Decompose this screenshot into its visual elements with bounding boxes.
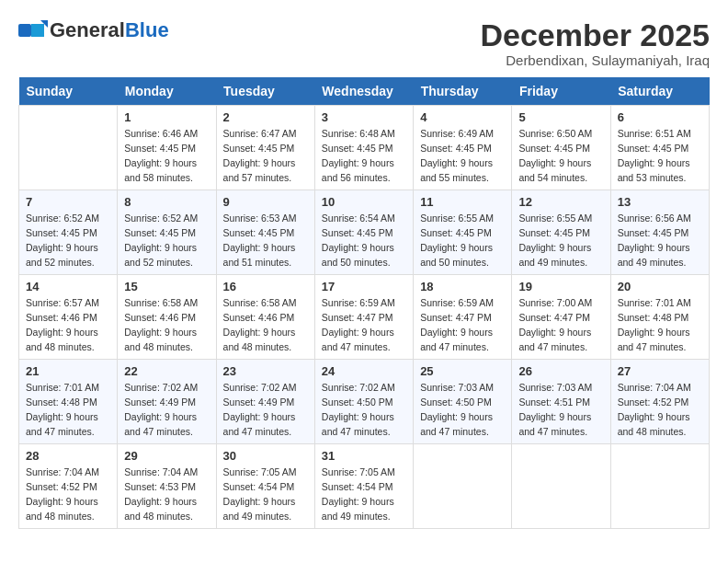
month-title: December 2025 [480, 18, 710, 52]
calendar-cell-w1-d5: 4Sunrise: 6:49 AMSunset: 4:45 PMDaylight… [414, 106, 512, 190]
header-monday: Monday [118, 77, 216, 106]
day-info: Sunrise: 6:57 AMSunset: 4:46 PMDaylight:… [26, 296, 110, 354]
day-number: 8 [124, 195, 209, 209]
day-info: Sunrise: 7:04 AMSunset: 4:53 PMDaylight:… [124, 465, 209, 523]
day-number: 7 [26, 195, 110, 209]
logo-icon [18, 20, 48, 40]
header-sunday: Sunday [19, 77, 118, 106]
calendar-cell-w4-d3: 23Sunrise: 7:02 AMSunset: 4:49 PMDayligh… [216, 360, 314, 444]
calendar-cell-w4-d6: 26Sunrise: 7:03 AMSunset: 4:51 PMDayligh… [512, 360, 610, 444]
day-info: Sunrise: 6:52 AMSunset: 4:45 PMDaylight:… [124, 212, 209, 270]
day-number: 20 [618, 280, 702, 293]
day-info: Sunrise: 7:03 AMSunset: 4:50 PMDaylight:… [420, 381, 505, 439]
day-info: Sunrise: 6:58 AMSunset: 4:46 PMDaylight:… [124, 296, 209, 354]
day-info: Sunrise: 6:55 AMSunset: 4:45 PMDaylight:… [420, 212, 505, 270]
calendar-cell-w1-d6: 5Sunrise: 6:50 AMSunset: 4:45 PMDaylight… [512, 106, 610, 190]
day-number: 18 [420, 280, 505, 293]
day-info: Sunrise: 7:05 AMSunset: 4:54 PMDaylight:… [223, 465, 308, 523]
day-number: 11 [420, 195, 505, 209]
day-info: Sunrise: 7:04 AMSunset: 4:52 PMDaylight:… [26, 465, 110, 523]
calendar-week-5: 28Sunrise: 7:04 AMSunset: 4:52 PMDayligh… [19, 444, 710, 529]
calendar-cell-w5-d3: 30Sunrise: 7:05 AMSunset: 4:54 PMDayligh… [216, 444, 314, 529]
calendar-cell-w3-d1: 14Sunrise: 6:57 AMSunset: 4:46 PMDayligh… [19, 275, 118, 360]
calendar-cell-w5-d2: 29Sunrise: 7:04 AMSunset: 4:53 PMDayligh… [118, 444, 216, 529]
calendar-cell-w5-d1: 28Sunrise: 7:04 AMSunset: 4:52 PMDayligh… [19, 444, 118, 529]
day-number: 26 [518, 364, 603, 378]
day-number: 2 [223, 110, 308, 124]
calendar-cell-w1-d1 [19, 106, 118, 190]
calendar-cell-w3-d6: 19Sunrise: 7:00 AMSunset: 4:47 PMDayligh… [512, 275, 610, 360]
day-info: Sunrise: 7:04 AMSunset: 4:52 PMDaylight:… [618, 381, 702, 439]
day-number: 31 [322, 449, 406, 463]
calendar-cell-w1-d4: 3Sunrise: 6:48 AMSunset: 4:45 PMDaylight… [314, 106, 413, 190]
calendar-cell-w2-d6: 12Sunrise: 6:55 AMSunset: 4:45 PMDayligh… [512, 190, 610, 275]
header-tuesday: Tuesday [216, 77, 314, 106]
calendar-week-4: 21Sunrise: 7:01 AMSunset: 4:48 PMDayligh… [19, 360, 710, 444]
day-number: 22 [124, 364, 209, 378]
day-info: Sunrise: 7:00 AMSunset: 4:47 PMDaylight:… [518, 296, 603, 354]
day-info: Sunrise: 7:02 AMSunset: 4:50 PMDaylight:… [322, 381, 406, 439]
calendar-cell-w2-d4: 10Sunrise: 6:54 AMSunset: 4:45 PMDayligh… [314, 190, 413, 275]
day-number: 23 [223, 364, 308, 378]
day-number: 13 [618, 195, 702, 209]
calendar-cell-w4-d4: 24Sunrise: 7:02 AMSunset: 4:50 PMDayligh… [314, 360, 413, 444]
day-info: Sunrise: 6:54 AMSunset: 4:45 PMDaylight:… [322, 212, 406, 270]
calendar-table: Sunday Monday Tuesday Wednesday Thursday… [18, 77, 710, 529]
day-info: Sunrise: 7:01 AMSunset: 4:48 PMDaylight:… [618, 296, 702, 354]
calendar-cell-w2-d1: 7Sunrise: 6:52 AMSunset: 4:45 PMDaylight… [19, 190, 118, 275]
calendar-cell-w5-d5 [414, 444, 512, 529]
svg-rect-0 [18, 24, 31, 37]
day-number: 28 [26, 449, 110, 463]
calendar-cell-w5-d4: 31Sunrise: 7:05 AMSunset: 4:54 PMDayligh… [314, 444, 413, 529]
header-thursday: Thursday [414, 77, 512, 106]
day-info: Sunrise: 7:01 AMSunset: 4:48 PMDaylight:… [26, 381, 110, 439]
day-number: 12 [518, 195, 603, 209]
day-number: 21 [26, 364, 110, 378]
day-number: 14 [26, 280, 110, 293]
calendar-cell-w4-d7: 27Sunrise: 7:04 AMSunset: 4:52 PMDayligh… [610, 360, 709, 444]
day-info: Sunrise: 7:03 AMSunset: 4:51 PMDaylight:… [518, 381, 603, 439]
day-number: 30 [223, 449, 308, 463]
calendar-cell-w1-d3: 2Sunrise: 6:47 AMSunset: 4:45 PMDaylight… [216, 106, 314, 190]
calendar-week-2: 7Sunrise: 6:52 AMSunset: 4:45 PMDaylight… [19, 190, 710, 275]
calendar-header-row: Sunday Monday Tuesday Wednesday Thursday… [19, 77, 710, 106]
day-number: 9 [223, 195, 308, 209]
calendar-cell-w3-d2: 15Sunrise: 6:58 AMSunset: 4:46 PMDayligh… [118, 275, 216, 360]
calendar-cell-w3-d3: 16Sunrise: 6:58 AMSunset: 4:46 PMDayligh… [216, 275, 314, 360]
logo-text: GeneralBlue [50, 18, 169, 42]
day-number: 16 [223, 280, 308, 293]
day-number: 5 [518, 110, 603, 124]
day-info: Sunrise: 6:49 AMSunset: 4:45 PMDaylight:… [420, 127, 505, 185]
header-saturday: Saturday [610, 77, 709, 106]
location: Derbendixan, Sulaymaniyah, Iraq [480, 52, 710, 68]
day-info: Sunrise: 6:48 AMSunset: 4:45 PMDaylight:… [322, 127, 406, 185]
day-info: Sunrise: 6:59 AMSunset: 4:47 PMDaylight:… [322, 296, 406, 354]
logo-blue: Blue [125, 18, 169, 41]
day-info: Sunrise: 6:50 AMSunset: 4:45 PMDaylight:… [518, 127, 603, 185]
calendar-cell-w1-d2: 1Sunrise: 6:46 AMSunset: 4:45 PMDaylight… [118, 106, 216, 190]
day-info: Sunrise: 7:02 AMSunset: 4:49 PMDaylight:… [223, 381, 308, 439]
day-number: 24 [322, 364, 406, 378]
calendar-cell-w3-d7: 20Sunrise: 7:01 AMSunset: 4:48 PMDayligh… [610, 275, 709, 360]
calendar-cell-w2-d5: 11Sunrise: 6:55 AMSunset: 4:45 PMDayligh… [414, 190, 512, 275]
day-number: 17 [322, 280, 406, 293]
calendar-cell-w5-d6 [512, 444, 610, 529]
calendar-cell-w3-d4: 17Sunrise: 6:59 AMSunset: 4:47 PMDayligh… [314, 275, 413, 360]
day-number: 4 [420, 110, 505, 124]
calendar-cell-w2-d2: 8Sunrise: 6:52 AMSunset: 4:45 PMDaylight… [118, 190, 216, 275]
calendar-cell-w3-d5: 18Sunrise: 6:59 AMSunset: 4:47 PMDayligh… [414, 275, 512, 360]
day-number: 27 [618, 364, 702, 378]
calendar-cell-w5-d7 [610, 444, 709, 529]
day-info: Sunrise: 6:55 AMSunset: 4:45 PMDaylight:… [518, 212, 603, 270]
day-info: Sunrise: 6:56 AMSunset: 4:45 PMDaylight:… [618, 212, 702, 270]
logo: GeneralBlue [18, 18, 169, 42]
day-info: Sunrise: 6:51 AMSunset: 4:45 PMDaylight:… [618, 127, 702, 185]
day-number: 19 [518, 280, 603, 293]
header-friday: Friday [512, 77, 610, 106]
title-area: December 2025 Derbendixan, Sulaymaniyah,… [480, 18, 710, 68]
calendar-cell-w2-d3: 9Sunrise: 6:53 AMSunset: 4:45 PMDaylight… [216, 190, 314, 275]
svg-marker-1 [31, 24, 44, 37]
day-info: Sunrise: 7:02 AMSunset: 4:49 PMDaylight:… [124, 381, 209, 439]
day-info: Sunrise: 6:59 AMSunset: 4:47 PMDaylight:… [420, 296, 505, 354]
calendar-cell-w2-d7: 13Sunrise: 6:56 AMSunset: 4:45 PMDayligh… [610, 190, 709, 275]
